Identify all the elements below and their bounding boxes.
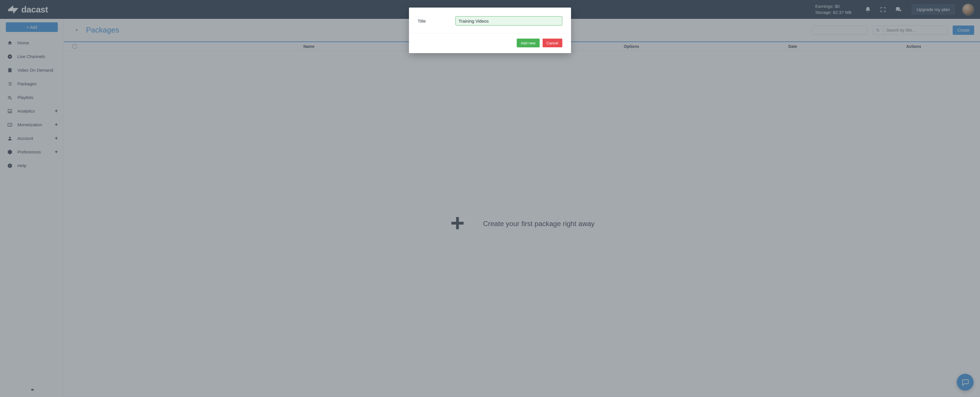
modal-title-label: Title	[418, 19, 455, 24]
create-package-modal: Title Add new Cancel	[409, 8, 571, 53]
divider	[409, 33, 571, 33]
package-title-input[interactable]	[455, 16, 562, 25]
modal-overlay[interactable]	[0, 0, 980, 397]
cancel-button[interactable]: Cancel	[542, 39, 562, 47]
add-new-button[interactable]: Add new	[517, 39, 540, 47]
